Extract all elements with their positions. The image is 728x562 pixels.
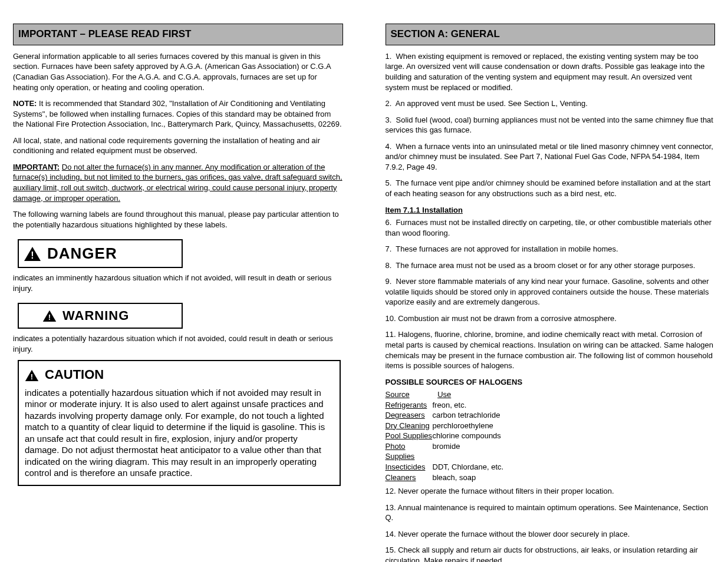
subhead-installation: Item 7.1.1 Installation xyxy=(386,205,716,216)
sources-head: POSSIBLE SOURCES OF HALOGENS xyxy=(386,377,716,388)
note-text: It is recommended that Standard 302, "In… xyxy=(13,99,342,128)
warning-label-box: ! WARNING xyxy=(18,303,183,329)
list-item: 10. Combustion air must not be drawn fro… xyxy=(386,313,716,324)
list-item: 5. The furnace vent pipe and/or chimney … xyxy=(386,178,716,199)
sources-list: Source Use Refrigerantsfreon, etc. Degre… xyxy=(386,389,716,482)
danger-label-text: DANGER xyxy=(47,243,117,264)
list-item: 15. Check all supply and return air duct… xyxy=(386,545,716,562)
list-item: 3. Solid fuel (wood, coal) burning appli… xyxy=(386,115,716,135)
left-section-header: IMPORTANT – PLEASE READ FIRST xyxy=(13,24,343,45)
danger-description: indicates an imminently hazardous situat… xyxy=(13,273,343,293)
list-item: 1. When existing equipment is removed or… xyxy=(386,51,716,92)
right-column: SECTION A: GENERAL 1. When existing equi… xyxy=(386,24,716,562)
list-item: 2. An approved vent must be used. See Se… xyxy=(386,98,716,109)
list-item: 6. Furnaces must not be installed direct… xyxy=(386,217,716,238)
list-item: 8. The furnace area must not be used as … xyxy=(386,260,716,271)
important-paragraph: IMPORTANT: Do not alter the furnace(s) i… xyxy=(13,162,343,203)
regulations-paragraph: All local, state, and national code requ… xyxy=(13,135,343,156)
alert-triangle-icon: ! xyxy=(42,310,57,322)
warning-label-text: WARNING xyxy=(62,307,129,325)
labels-intro: The following warning labels are found t… xyxy=(13,209,343,230)
alert-triangle-icon: ! xyxy=(24,246,41,262)
list-item: 9. Never store flammable materials of an… xyxy=(386,276,716,308)
caution-box: ! CAUTION indicates a potentially hazard… xyxy=(18,360,341,486)
note-paragraph: NOTE: It is recommended that Standard 30… xyxy=(13,98,343,130)
right-section-header: SECTION A: GENERAL xyxy=(386,24,716,45)
alert-triangle-icon: ! xyxy=(25,368,39,381)
list-item: 11. Halogens, fluorine, chlorine, bromin… xyxy=(386,329,716,371)
important-label: IMPORTANT: xyxy=(13,163,60,171)
list-item: 4. When a furnace vents into an uninsula… xyxy=(386,141,716,173)
caution-label-text: CAUTION xyxy=(45,366,104,384)
svg-text:!: ! xyxy=(48,312,51,321)
important-text: Do not alter the furnace(s) in any manne… xyxy=(13,163,342,203)
list-item: 13. Annual maintenance is required to ma… xyxy=(386,503,716,523)
left-column: IMPORTANT – PLEASE READ FIRST General in… xyxy=(13,24,343,562)
list-item: 12. Never operate the furnace without fi… xyxy=(386,486,716,497)
general-intro: General information applicable to all se… xyxy=(13,51,343,92)
svg-text:!: ! xyxy=(31,372,33,381)
caution-box-head: ! CAUTION xyxy=(25,366,334,384)
list-item: 14. Never operate the furnace without th… xyxy=(386,529,716,540)
caution-body-text: indicates a potentially hazardous situat… xyxy=(25,387,334,479)
list-item: 7. These furnaces are not approved for i… xyxy=(386,244,716,254)
danger-label-box: ! DANGER xyxy=(18,239,183,268)
warning-description: indicates a potentially hazardous situat… xyxy=(13,333,343,354)
note-label: NOTE: xyxy=(13,99,37,108)
svg-text:!: ! xyxy=(31,250,34,260)
